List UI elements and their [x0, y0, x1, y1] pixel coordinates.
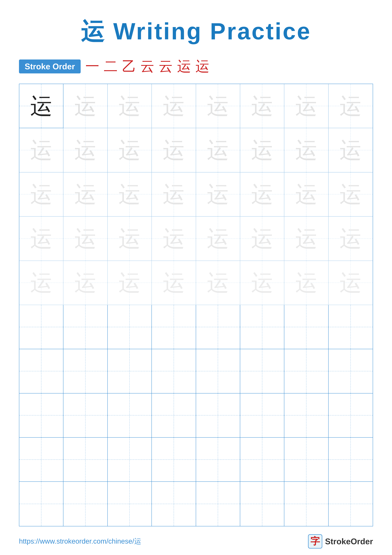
grid-cell-r3c1[interactable]: 运	[19, 172, 64, 217]
grid-cell-r4c5[interactable]: 运	[196, 217, 240, 261]
grid-cell-r10c5[interactable]	[196, 482, 240, 526]
grid-cell-r7c3[interactable]	[108, 349, 152, 393]
brand-name: StrokeOrder	[325, 537, 373, 546]
grid-cell-r1c1[interactable]: 运	[19, 84, 64, 128]
char-display: 运	[118, 183, 141, 205]
grid-cell-r7c5[interactable]	[196, 349, 240, 393]
grid-cell-r7c6[interactable]	[240, 349, 284, 393]
grid-cell-r8c7[interactable]	[284, 394, 328, 438]
grid-cell-r7c4[interactable]	[152, 349, 196, 393]
grid-cell-r1c2[interactable]: 运	[64, 84, 107, 128]
grid-cell-r4c7[interactable]: 运	[284, 217, 328, 261]
grid-cell-r8c6[interactable]	[240, 394, 284, 438]
char-display: 运	[340, 272, 362, 294]
char-display: 运	[207, 227, 229, 250]
grid-cell-r10c4[interactable]	[152, 482, 196, 526]
footer-brand: 字 StrokeOrder	[308, 534, 373, 548]
char-display: 运	[295, 95, 317, 117]
grid-cell-r6c3[interactable]	[108, 305, 152, 349]
grid-cell-r9c5[interactable]	[196, 438, 240, 482]
grid-cell-r3c3[interactable]: 运	[108, 172, 152, 217]
grid-cell-r5c8[interactable]: 运	[328, 261, 373, 305]
grid-cell-r9c8[interactable]	[328, 438, 373, 482]
grid-cell-r4c2[interactable]: 运	[64, 217, 107, 261]
grid-cell-r10c3[interactable]	[108, 482, 152, 526]
grid-cell-r9c7[interactable]	[284, 438, 328, 482]
grid-cell-r1c8[interactable]: 运	[328, 84, 373, 128]
grid-cell-r4c4[interactable]: 运	[152, 217, 196, 261]
char-display: 运	[163, 183, 185, 205]
grid-cell-r5c4[interactable]: 运	[152, 261, 196, 305]
grid-cell-r10c2[interactable]	[64, 482, 107, 526]
grid-cell-r9c6[interactable]	[240, 438, 284, 482]
grid-cell-r7c7[interactable]	[284, 349, 328, 393]
grid-cell-r1c6[interactable]: 运	[240, 84, 284, 128]
grid-cell-r9c2[interactable]	[64, 438, 107, 482]
grid-cell-r2c7[interactable]: 运	[284, 128, 328, 172]
grid-cell-r10c6[interactable]	[240, 482, 284, 526]
char-display: 运	[340, 95, 362, 117]
grid-cell-r2c4[interactable]: 运	[152, 128, 196, 172]
grid-cell-r8c4[interactable]	[152, 394, 196, 438]
grid-cell-r2c8[interactable]: 运	[328, 128, 373, 172]
grid-cell-r9c1[interactable]	[19, 438, 64, 482]
grid-cell-r6c8[interactable]	[328, 305, 373, 349]
stroke-order-row: Stroke Order 一 二 乙 云 云 运 运	[19, 57, 373, 76]
grid-cell-r10c7[interactable]	[284, 482, 328, 526]
char-display: 运	[251, 272, 273, 294]
grid-cell-r3c2[interactable]: 运	[64, 172, 107, 217]
grid-cell-r10c8[interactable]	[328, 482, 373, 526]
grid-cell-r3c8[interactable]: 运	[328, 172, 373, 217]
page-title: 运 Writing Practice	[81, 16, 311, 47]
grid-cell-r6c7[interactable]	[284, 305, 328, 349]
grid-cell-r3c7[interactable]: 运	[284, 172, 328, 217]
grid-cell-r5c6[interactable]: 运	[240, 261, 284, 305]
grid-cell-r8c2[interactable]	[64, 394, 107, 438]
grid-cell-r7c2[interactable]	[64, 349, 107, 393]
char-display: 运	[74, 272, 96, 294]
grid-cell-r2c1[interactable]: 运	[19, 128, 64, 172]
stroke-order-badge: Stroke Order	[19, 59, 81, 73]
char-display: 运	[340, 139, 362, 161]
grid-cell-r9c4[interactable]	[152, 438, 196, 482]
grid-cell-r6c2[interactable]	[64, 305, 107, 349]
grid-cell-r3c5[interactable]: 运	[196, 172, 240, 217]
grid-cell-r6c4[interactable]	[152, 305, 196, 349]
grid-cell-r2c5[interactable]: 运	[196, 128, 240, 172]
grid-cell-r10c1[interactable]	[19, 482, 64, 526]
grid-cell-r5c2[interactable]: 运	[64, 261, 107, 305]
grid-cell-r6c6[interactable]	[240, 305, 284, 349]
grid-cell-r9c3[interactable]	[108, 438, 152, 482]
grid-cell-r6c1[interactable]	[19, 305, 64, 349]
practice-grid: 运 运 运 运 运 运 运 运 运 运 运	[19, 84, 373, 526]
grid-cell-r2c6[interactable]: 运	[240, 128, 284, 172]
grid-cell-r3c6[interactable]: 运	[240, 172, 284, 217]
grid-cell-r2c3[interactable]: 运	[108, 128, 152, 172]
grid-cell-r2c2[interactable]: 运	[64, 128, 107, 172]
grid-cell-r7c8[interactable]	[328, 349, 373, 393]
grid-cell-r1c4[interactable]: 运	[152, 84, 196, 128]
footer-url[interactable]: https://www.strokeorder.com/chinese/运	[19, 537, 141, 546]
grid-cell-r8c8[interactable]	[328, 394, 373, 438]
grid-cell-r5c1[interactable]: 运	[19, 261, 64, 305]
grid-cell-r8c1[interactable]	[19, 394, 64, 438]
grid-cell-r8c3[interactable]	[108, 394, 152, 438]
grid-cell-r4c8[interactable]: 运	[328, 217, 373, 261]
char-display: 运	[295, 272, 317, 294]
grid-cell-r1c7[interactable]: 运	[284, 84, 328, 128]
grid-cell-r5c5[interactable]: 运	[196, 261, 240, 305]
stroke-5: 云	[159, 57, 173, 76]
grid-cell-r1c3[interactable]: 运	[108, 84, 152, 128]
grid-cell-r6c5[interactable]	[196, 305, 240, 349]
grid-cell-r4c1[interactable]: 运	[19, 217, 64, 261]
grid-cell-r1c5[interactable]: 运	[196, 84, 240, 128]
grid-cell-r4c6[interactable]: 运	[240, 217, 284, 261]
grid-cell-r3c4[interactable]: 运	[152, 172, 196, 217]
grid-cell-r4c3[interactable]: 运	[108, 217, 152, 261]
grid-cell-r8c5[interactable]	[196, 394, 240, 438]
char-display: 运	[340, 227, 362, 250]
char-display: 运	[118, 272, 141, 294]
grid-cell-r5c7[interactable]: 运	[284, 261, 328, 305]
grid-cell-r7c1[interactable]	[19, 349, 64, 393]
grid-cell-r5c3[interactable]: 运	[108, 261, 152, 305]
